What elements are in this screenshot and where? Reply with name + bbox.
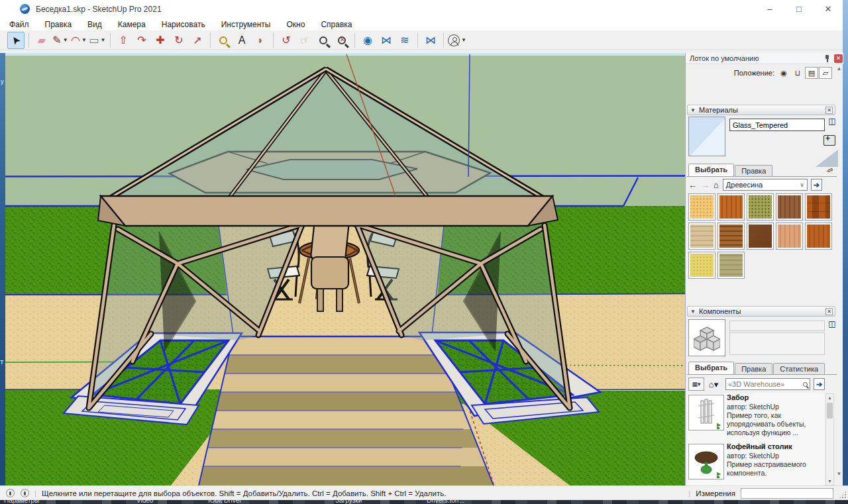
dropdown-caret-icon[interactable]: ▼ [101,37,106,43]
taskbar-label[interactable]: IObit Driver [208,500,242,504]
scroll-down-icon[interactable]: ▼ [826,478,833,485]
menu-1[interactable]: Правка [45,20,72,29]
taskbar-label[interactable]: Video [136,500,153,504]
search-icon[interactable] [803,382,808,387]
eraser-tray-icon[interactable]: ▱ [819,67,832,79]
view-options-icon[interactable]: ▦▾ [688,378,704,391]
component-description-field[interactable] [729,332,825,355]
forward-arrow-icon[interactable]: → [701,180,710,190]
credits-icon[interactable] [21,489,29,497]
measurements-input[interactable] [741,488,833,499]
tab-components-edit[interactable]: Правка [735,363,772,374]
back-arrow-icon[interactable]: ← [688,180,697,190]
component-thumbnail[interactable] [688,444,724,479]
material-name-input[interactable] [729,119,825,131]
dropdown-caret-icon[interactable]: ▼ [81,37,87,43]
model-viewport[interactable] [5,53,685,485]
tape-measure-tool[interactable] [215,32,232,49]
tab-components-select[interactable]: Выбрать [688,362,734,374]
select-tool[interactable]: ➤ [7,32,25,49]
tray-scroll-down-icon[interactable]: ▼ [835,470,843,478]
windows-taskbar[interactable]: ПараметрыVideoIObit DriverЗагрузкиDriver… [0,500,848,504]
unlock-icon[interactable]: ⊔ [791,67,804,79]
details-arrow-icon[interactable]: ➔ [814,378,825,390]
material-swatch-8[interactable] [776,223,803,250]
menu-4[interactable]: Нарисовать [162,20,205,29]
material-swatch-4[interactable] [805,193,832,221]
share-model-tool[interactable]: ⋈ [378,32,395,49]
scroll-up-icon[interactable]: ▲ [826,394,833,401]
menu-2[interactable]: Вид [87,20,102,29]
sample-paint-icon[interactable] [816,150,838,167]
material-swatch-3[interactable] [776,193,803,221]
arc-tool[interactable]: ◠▼ [70,32,87,49]
component-name-field[interactable] [729,321,825,331]
warehouse-3d-tool[interactable]: ◉ [359,32,376,49]
eraser-tool[interactable]: ▰ [33,32,50,49]
menu-7[interactable]: Справка [321,20,352,29]
menu-5[interactable]: Инструменты [221,20,271,29]
component-thumbnail[interactable] [688,395,724,430]
menu-6[interactable]: Окно [286,20,305,29]
material-swatch-0[interactable] [688,193,716,221]
components-section-header[interactable]: ▼ Компоненты ✕ [687,306,835,317]
create-material-icon[interactable] [823,135,835,146]
offset-tool[interactable]: ↗ [189,32,206,49]
move-tool[interactable]: ✚ [152,32,169,49]
extension-manager-tool[interactable]: ⋈ [422,32,439,49]
tab-materials-edit[interactable]: Правка [735,165,772,176]
material-swatch-7[interactable] [747,223,774,250]
material-swatch-5[interactable] [688,223,716,250]
taskbar-label[interactable]: Параметры [4,500,39,504]
orbit-tool[interactable]: ↺ [278,32,295,49]
close-button[interactable]: ✕ [814,0,843,18]
collapse-triangle-icon[interactable]: ▼ [690,309,696,315]
paint-bucket-tool[interactable]: ◗ [252,32,269,49]
material-swatch-1[interactable] [717,193,745,221]
minimize-button[interactable]: – [755,0,784,18]
dropdown-caret-icon[interactable]: ▼ [63,37,68,43]
material-swatch-10[interactable] [688,252,716,279]
paint-tray-icon[interactable]: ▤ [805,67,818,79]
pan-tool[interactable]: ☞ [296,32,313,49]
viewport-canvas[interactable] [5,53,685,485]
rectangle-tool[interactable]: ▭▼ [89,32,106,49]
scrollbar-thumb[interactable] [827,403,833,419]
material-swatch-6[interactable] [717,223,745,250]
text-tool[interactable]: A [233,32,250,49]
material-swatch-11[interactable] [717,252,745,279]
details-arrow-icon[interactable]: ➔ [811,179,822,191]
materials-close-icon[interactable]: ✕ [825,107,833,114]
dropdown-caret-icon[interactable]: ▼ [461,37,466,43]
maximize-button[interactable]: □ [784,0,814,18]
tab-components-statistics[interactable]: Статистика [773,363,825,374]
collapse-triangle-icon[interactable]: ▼ [690,107,696,113]
followme-tool[interactable]: ↷ [133,32,150,49]
home-icon[interactable]: ⌂▾ [704,378,723,391]
component-list-item-1[interactable]: Кофейный столикавтор: SketchUpПример нас… [687,442,825,479]
tray-header[interactable]: Лоток по умолчанию ✕ [686,53,843,64]
tray-close-icon[interactable]: ✕ [834,54,843,63]
components-close-icon[interactable]: ✕ [825,308,833,315]
menu-0[interactable]: Файл [9,20,29,29]
materials-section-header[interactable]: ▼ Материалы ✕ [687,105,835,115]
line-tool[interactable]: ✎▼ [52,32,69,49]
component-list-scrollbar[interactable]: ▲ ▼ [825,393,834,485]
material-category-dropdown[interactable]: Древесина ∨ [723,179,808,191]
home-icon[interactable]: ⌂ [714,180,719,190]
taskbar-label[interactable]: Drivers.torr... [427,500,464,504]
warehouse-search-box[interactable]: «3D Warehouse» [725,378,810,390]
rotate-tool[interactable]: ↻ [170,32,187,49]
material-swatch-2[interactable] [747,193,774,221]
secondary-pane-icon[interactable]: ◫ [827,117,837,127]
tray-scroll-up-icon[interactable]: ▲ [835,65,843,72]
menu-3[interactable]: Камера [118,20,146,29]
pin-icon[interactable] [823,55,830,62]
account-button[interactable]: ▼ [448,32,466,49]
share-component-tool[interactable]: ≋ [396,32,413,49]
tab-materials-select[interactable]: Выбрать [688,164,734,176]
secondary-pane-icon[interactable]: ◫ [827,319,837,330]
component-list-item-0[interactable]: Заборавтор: SketchUpПример того, как упо… [687,393,825,437]
visibility-eye-icon[interactable]: ◉ [777,67,790,79]
material-swatch-9[interactable] [805,223,832,250]
